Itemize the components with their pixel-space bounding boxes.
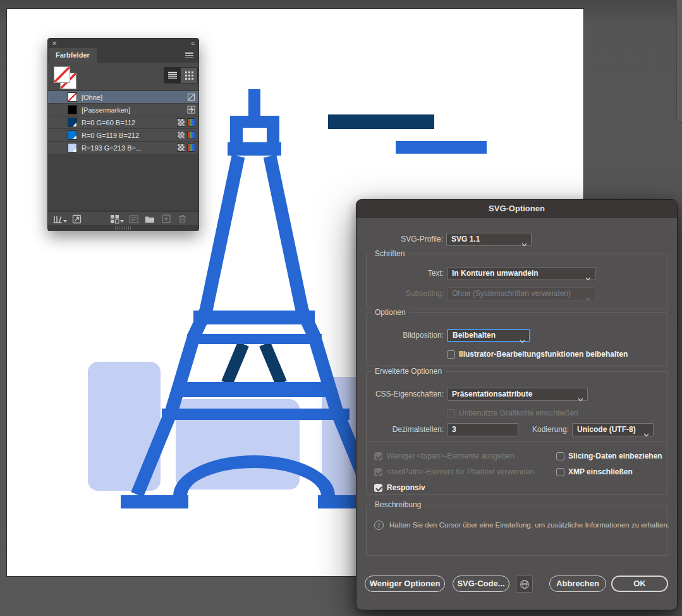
tower-crossbar-1 (230, 116, 279, 128)
swatch-options-icon[interactable] (128, 213, 139, 225)
illustrator-app: ✕ « Farbfelder [O (0, 0, 682, 616)
panel-menu-icon[interactable] (185, 52, 193, 58)
panel-titlebar[interactable]: ✕ « (48, 39, 198, 48)
fill-proxy-swatch[interactable] (54, 66, 70, 83)
swatch-row-rgb-navy[interactable]: R=0 G=60 B=112 (48, 116, 198, 129)
grayscale-pattern-icon (177, 131, 185, 139)
fewer-tspan-label: Weniger <tspan>-Elemente ausgeben (387, 450, 515, 462)
tower-strut-right (265, 344, 281, 383)
fewer-options-button[interactable]: Weniger Optionen (365, 576, 445, 592)
image-location-label: Bildposition: (367, 329, 444, 342)
swatch-thumbnail[interactable] (68, 143, 77, 152)
cancel-button[interactable]: Abbrechen (549, 576, 606, 592)
advanced-options-group: Erweiterte Optionen CSS-Eigenschaften: P… (366, 371, 668, 495)
ok-button[interactable]: OK (611, 576, 668, 592)
rgb-color-mode-icon (187, 144, 195, 152)
description-legend: Beschreibung (372, 500, 424, 509)
swatch-label: [Ohne] (82, 94, 187, 101)
unused-styles-label: Unbenutzte Grafikstile einschließen (459, 407, 578, 419)
responsive-label: Responsiv (387, 482, 425, 493)
advanced-divider (367, 441, 667, 441)
swatch-row-registration[interactable]: [Passermarken] (48, 104, 198, 116)
grip-texture (115, 226, 131, 230)
list-view-button[interactable] (164, 68, 181, 83)
info-icon: i (374, 521, 384, 530)
svg-code-button[interactable]: SVG-Code... (453, 576, 509, 592)
grid-view-button[interactable] (181, 68, 197, 83)
css-properties-select[interactable]: Präsentationsattribute (447, 388, 588, 401)
preserve-editing-checkbox[interactable] (447, 350, 455, 359)
text-select[interactable]: In Konturen umwandeln (447, 267, 595, 280)
tower-platform-3 (176, 382, 328, 397)
chevron-down-icon (643, 428, 649, 440)
swatch-libraries-caret-icon (63, 220, 67, 223)
tab-farbfelder[interactable]: Farbfelder (49, 48, 97, 63)
chevron-down-icon (521, 238, 527, 249)
globe-icon (520, 579, 530, 589)
subsetting-label: Subsetting: (367, 287, 444, 300)
tower-window-right (267, 128, 279, 143)
tower-platform-1 (193, 311, 315, 324)
swatch-label: R=193 G=213 B=... (82, 144, 177, 152)
swatch-thumbnail[interactable] (68, 118, 77, 127)
encoding-label: Kodierung: (493, 423, 569, 436)
registration-icon (187, 106, 195, 114)
chevron-down-icon (578, 393, 583, 404)
swatch-row-rgb-blue[interactable]: R=0 G=119 B=212 (48, 129, 198, 142)
global-color-corner (73, 148, 76, 152)
swatch-kinds-menu-icon[interactable] (109, 213, 120, 225)
panel-close-icon[interactable]: ✕ (52, 39, 57, 47)
swatch-label: [Passermarken] (82, 106, 187, 114)
swatch-row-rgb-light[interactable]: R=193 G=213 B=... (48, 142, 198, 154)
tower-platform-4 (162, 409, 350, 420)
chevron-down-icon (585, 292, 591, 304)
window-edge-scrollbar (676, 0, 682, 123)
swatch-kinds-caret-icon (120, 220, 124, 223)
global-color-corner (73, 123, 76, 126)
tower-window-left (230, 128, 243, 143)
swatch-row-none[interactable]: [Ohne] (48, 91, 198, 104)
swatch-thumbnail[interactable] (68, 130, 77, 140)
image-location-select[interactable]: Beibehalten (447, 329, 530, 342)
swatches-panel: ✕ « Farbfelder [O (47, 38, 199, 230)
tower-strut-left (227, 344, 243, 383)
svg-profile-select[interactable]: SVG 1.1 (446, 233, 532, 246)
grayscale-pattern-icon (177, 118, 185, 126)
decimals-label: Dezimalstellen: (367, 423, 444, 436)
css-properties-label: CSS-Eigenschaften: (367, 388, 444, 401)
rgb-color-mode-icon (187, 118, 195, 126)
non-printing-icon (187, 93, 195, 101)
dialog-titlebar[interactable]: SVG-Optionen (356, 200, 677, 218)
chevron-down-icon (520, 335, 525, 346)
panel-collapse-icon[interactable]: « (191, 39, 194, 47)
slicing-data-label: Slicing-Daten einbeziehen (568, 450, 662, 462)
description-group: Beschreibung i Halten Sie den Cursor übe… (366, 505, 668, 556)
web-preview-button[interactable] (516, 576, 533, 593)
svg-options-dialog: SVG-Optionen SVG-Profile: SVG 1.1 Schrif… (356, 199, 678, 610)
delete-swatch-icon[interactable] (176, 213, 188, 225)
unused-styles-checkbox (447, 409, 455, 417)
grayscale-pattern-icon (177, 144, 185, 152)
swatch-list: [Ohne] [Passermarken] R=0 G=60 B=112 R=0… (48, 90, 198, 211)
add-to-library-icon[interactable] (71, 213, 82, 225)
encoding-select[interactable]: Unicode (UTF-8) (572, 423, 654, 436)
blue-bar[interactable] (396, 141, 487, 154)
new-swatch-icon[interactable] (161, 213, 172, 225)
text-label: Text: (367, 267, 444, 280)
subsetting-select: Ohne (Systemschriften verwenden) (447, 287, 595, 300)
navy-bar[interactable] (328, 114, 434, 129)
swatch-label: R=0 G=60 B=112 (82, 119, 177, 126)
swatches-toolbar (48, 211, 198, 225)
tower-crossbar-2 (228, 142, 281, 156)
panel-resize-grip[interactable] (48, 225, 198, 231)
swatch-libraries-icon[interactable] (52, 213, 63, 225)
swatch-thumbnail-none[interactable] (68, 92, 77, 102)
new-color-group-icon[interactable] (144, 213, 155, 225)
description-hint: Halten Sie den Cursor über eine Einstell… (389, 521, 669, 529)
slicing-data-checkbox[interactable] (556, 452, 564, 460)
options-group: Optionen Bildposition: Beibehalten Illus… (366, 312, 668, 366)
responsive-checkbox[interactable] (374, 484, 382, 492)
swatch-label: R=0 G=119 B=212 (82, 132, 177, 139)
swatch-thumbnail[interactable] (68, 105, 77, 114)
xmp-checkbox[interactable] (556, 468, 564, 476)
